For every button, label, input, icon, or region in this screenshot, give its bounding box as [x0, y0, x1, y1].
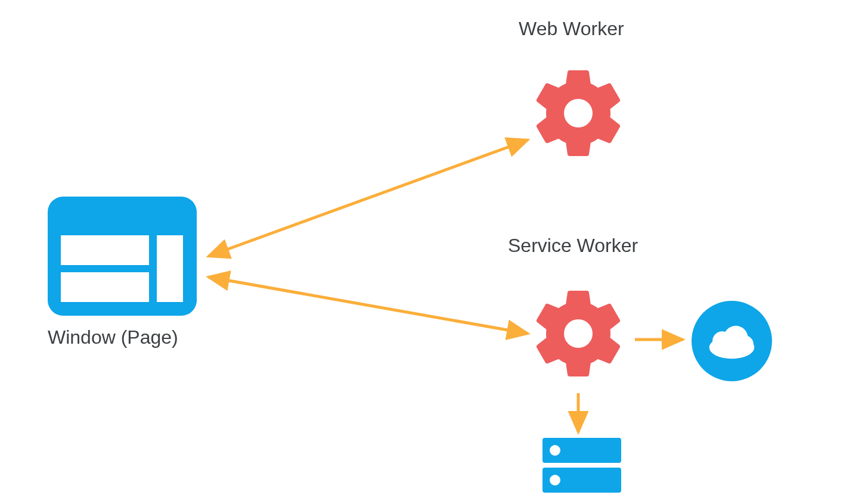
web-worker-node [525, 60, 632, 169]
gear-icon [525, 280, 632, 387]
cloud-node [692, 301, 772, 384]
browser-window-icon [48, 197, 197, 316]
svg-rect-3 [61, 235, 149, 265]
service-worker-label: Service Worker [508, 235, 638, 257]
window-label: Window (Page) [48, 326, 178, 348]
storage-node [542, 438, 621, 497]
arrow-window-serviceworker [209, 277, 528, 334]
svg-rect-4 [61, 272, 149, 302]
svg-point-16 [550, 475, 560, 485]
arrow-window-webworker [209, 140, 528, 256]
web-worker-label: Web Worker [519, 18, 624, 40]
svg-point-7 [564, 319, 593, 348]
svg-rect-5 [157, 235, 183, 302]
storage-icon [542, 438, 621, 495]
svg-point-12 [736, 335, 754, 353]
cloud-icon [692, 301, 772, 381]
gear-icon [525, 60, 632, 167]
service-worker-node [525, 280, 632, 390]
window-page-node [48, 197, 197, 318]
svg-point-14 [550, 445, 560, 456]
svg-point-6 [564, 99, 593, 127]
